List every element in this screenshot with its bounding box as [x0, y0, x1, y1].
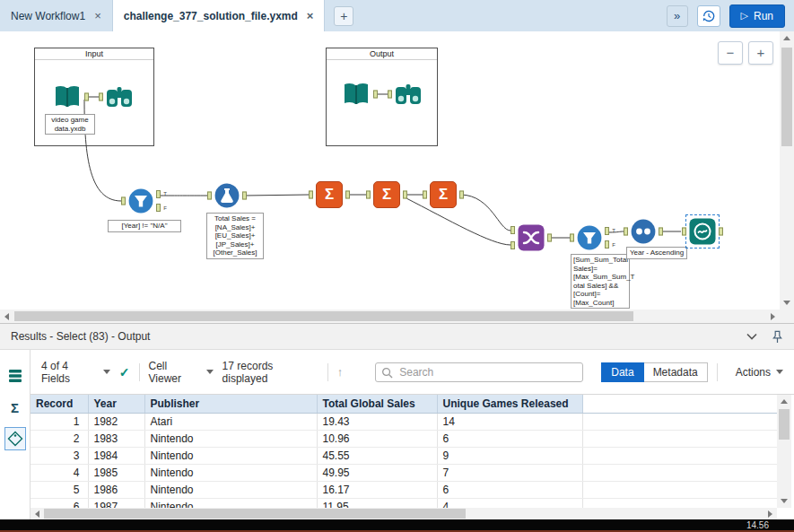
formula-tool[interactable] — [214, 183, 240, 208]
output-anchor[interactable] — [403, 191, 407, 199]
metadata-button[interactable]: Metadata — [644, 362, 708, 382]
input-anchor[interactable] — [388, 91, 392, 99]
pin-icon[interactable] — [772, 330, 783, 344]
scroll-up-arrow[interactable] — [777, 395, 790, 408]
output-anchor[interactable] — [547, 234, 552, 242]
true-output-anchor[interactable] — [156, 190, 161, 198]
connection-wire[interactable] — [461, 195, 510, 231]
zoom-out-button[interactable]: − — [718, 41, 743, 65]
column-header-year[interactable]: Year — [88, 395, 144, 413]
scroll-down-arrow[interactable] — [777, 494, 790, 508]
filter-annotation[interactable]: [Sum_Sum_Total Sales]= [Max_Sum_Sum_T ot… — [571, 254, 630, 309]
results-horizontal-scrollbar[interactable] — [31, 508, 777, 519]
binoculars-icon — [106, 85, 133, 109]
browse-tool[interactable] — [395, 83, 422, 106]
select-tool[interactable] — [689, 218, 716, 245]
output-anchor[interactable] — [373, 91, 378, 99]
input-anchor[interactable] — [99, 93, 103, 101]
data-button[interactable]: Data — [601, 362, 643, 382]
false-output-anchor[interactable] — [605, 240, 609, 249]
fields-dropdown[interactable]: 4 of 4 Fields — [41, 360, 110, 385]
side-tab-annotation[interactable] — [4, 427, 26, 450]
scroll-up-arrow[interactable] — [780, 31, 793, 45]
browse-tool[interactable] — [106, 85, 133, 109]
canvas-horizontal-scrollbar[interactable] — [0, 310, 780, 323]
filter-tool[interactable]: T F — [577, 225, 602, 250]
run-button[interactable]: ▷ Run — [729, 4, 785, 28]
workflow-history-button[interactable] — [697, 5, 720, 27]
table-row[interactable]: 4 1985 Nintendo 49.95 7 — [31, 464, 777, 481]
tab-new-workflow1[interactable]: New Workflow1 × — [0, 0, 113, 31]
connection-wire[interactable] — [244, 195, 309, 196]
side-tab-records[interactable] — [4, 364, 26, 388]
input-anchor[interactable] — [682, 228, 686, 236]
cell-viewer-dropdown[interactable]: Cell Viewer — [149, 360, 214, 385]
scroll-down-arrow[interactable] — [780, 296, 793, 310]
output-anchor[interactable] — [242, 192, 247, 200]
table-row[interactable]: 6 1987 Nintendo 11.95 4 — [31, 498, 777, 508]
true-output-anchor[interactable] — [605, 227, 609, 235]
input-anchor[interactable] — [423, 191, 427, 199]
sort-tool[interactable] — [631, 219, 656, 244]
connection-wire[interactable] — [405, 197, 510, 245]
input-anchor[interactable] — [624, 228, 628, 236]
filter-tool[interactable]: T F — [128, 188, 153, 214]
scrollbar-thumb[interactable] — [44, 509, 466, 519]
search-input[interactable] — [375, 362, 583, 382]
table-row[interactable]: 1 1982 Atari 19.43 14 — [31, 413, 777, 430]
scrollbar-thumb[interactable] — [779, 409, 790, 440]
scrollbar-thumb[interactable] — [14, 311, 633, 321]
join-tool[interactable] — [518, 224, 545, 251]
column-header-unique-games-released[interactable]: Unique Games Released — [437, 395, 582, 413]
table-row[interactable]: 3 1984 Nintendo 45.55 9 — [31, 447, 777, 464]
apply-check-icon[interactable]: ✓ — [119, 365, 130, 379]
results-table-viewport[interactable]: Record Year Publisher Total Global Sales… — [31, 395, 777, 508]
workflow-canvas[interactable]: Input Output — [0, 31, 780, 310]
column-header-publisher[interactable]: Publisher — [144, 395, 317, 413]
input-anchor[interactable] — [309, 191, 313, 199]
input-data-tool[interactable] — [53, 83, 82, 110]
selection-box[interactable] — [685, 214, 720, 249]
canvas-vertical-scrollbar[interactable] — [780, 31, 794, 310]
tab-overflow-button[interactable]: » — [667, 5, 688, 27]
actions-dropdown[interactable]: Actions — [736, 366, 783, 379]
filter-annotation[interactable]: [Year] != "N/A" — [108, 220, 181, 232]
summarize-tool[interactable]: Σ — [430, 181, 457, 208]
scroll-left-arrow[interactable] — [0, 310, 13, 323]
left-input-anchor[interactable] — [510, 226, 515, 234]
formula-annotation[interactable]: Total Sales = [NA_Sales]+ [EU_Sales]+ [J… — [206, 213, 264, 259]
new-tab-button[interactable]: + — [334, 6, 353, 26]
output-anchor[interactable] — [345, 191, 350, 199]
input-anchor[interactable] — [207, 192, 212, 200]
summarize-tool[interactable]: Σ — [373, 181, 400, 208]
column-header-total-global-sales[interactable]: Total Global Sales — [317, 395, 437, 413]
input-tool-caption[interactable]: video game data.yxdb — [45, 114, 95, 135]
summarize-tool[interactable]: Σ — [316, 181, 343, 208]
tab-challenge-377-solution[interactable]: challenge_377_solution_file.yxmd × — [113, 0, 326, 31]
scroll-right-arrow[interactable] — [766, 310, 780, 323]
input-anchor[interactable] — [121, 197, 126, 205]
scrollbar-thumb[interactable] — [781, 48, 792, 146]
sort-annotation[interactable]: Year - Ascending — [626, 247, 687, 259]
scroll-right-arrow[interactable] — [763, 507, 777, 520]
output-anchor[interactable] — [84, 93, 89, 101]
results-vertical-scrollbar[interactable] — [777, 395, 791, 508]
input-anchor[interactable] — [366, 191, 371, 199]
table-row[interactable]: 5 1986 Nintendo 16.17 6 — [31, 481, 777, 498]
scroll-left-arrow[interactable] — [31, 507, 44, 520]
output-anchor[interactable] — [459, 191, 464, 199]
close-icon[interactable]: × — [307, 10, 314, 22]
up-arrow-icon[interactable]: ↑ — [337, 365, 344, 379]
column-header-record[interactable]: Record — [31, 395, 88, 413]
output-anchor[interactable] — [719, 228, 723, 236]
side-tab-summary[interactable]: Σ — [4, 396, 26, 419]
collapse-panel-icon[interactable] — [746, 333, 757, 340]
input-anchor[interactable] — [570, 234, 574, 242]
false-output-anchor[interactable] — [156, 204, 161, 212]
right-input-anchor[interactable] — [510, 241, 515, 249]
output-anchor[interactable] — [659, 228, 663, 236]
table-row[interactable]: 2 1983 Nintendo 10.96 6 — [31, 430, 777, 447]
close-icon[interactable]: × — [94, 10, 101, 22]
zoom-in-button[interactable]: + — [748, 41, 773, 65]
output-data-tool[interactable] — [342, 81, 371, 108]
